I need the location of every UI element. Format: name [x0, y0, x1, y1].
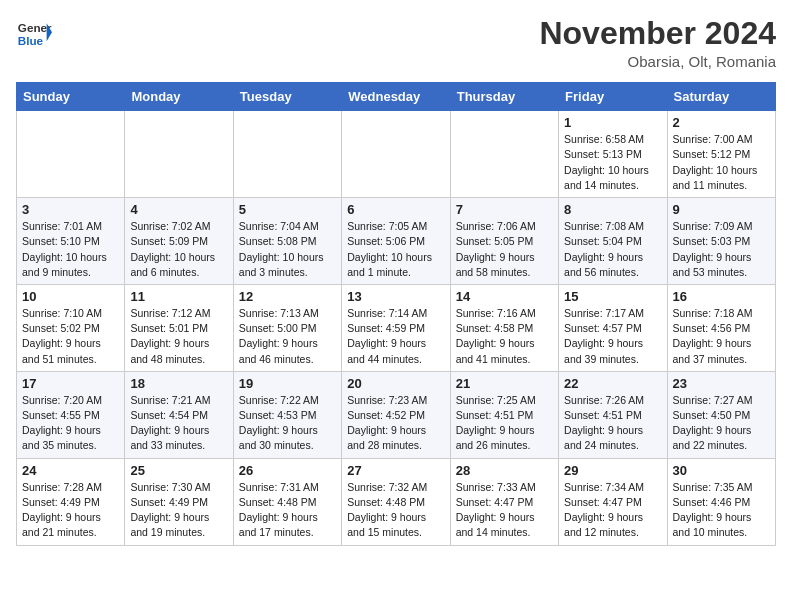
day-info: Sunrise: 7:09 AMSunset: 5:03 PMDaylight:… [673, 219, 770, 280]
day-number: 16 [673, 289, 770, 304]
calendar-cell: 26Sunrise: 7:31 AMSunset: 4:48 PMDayligh… [233, 458, 341, 545]
day-info: Sunrise: 7:06 AMSunset: 5:05 PMDaylight:… [456, 219, 553, 280]
calendar-cell: 16Sunrise: 7:18 AMSunset: 4:56 PMDayligh… [667, 284, 775, 371]
calendar-cell [233, 111, 341, 198]
calendar-cell: 5Sunrise: 7:04 AMSunset: 5:08 PMDaylight… [233, 198, 341, 285]
logo-icon: General Blue [16, 16, 52, 52]
calendar-cell: 30Sunrise: 7:35 AMSunset: 4:46 PMDayligh… [667, 458, 775, 545]
calendar-cell: 7Sunrise: 7:06 AMSunset: 5:05 PMDaylight… [450, 198, 558, 285]
calendar-cell: 27Sunrise: 7:32 AMSunset: 4:48 PMDayligh… [342, 458, 450, 545]
day-number: 3 [22, 202, 119, 217]
calendar-cell: 29Sunrise: 7:34 AMSunset: 4:47 PMDayligh… [559, 458, 667, 545]
calendar-cell: 19Sunrise: 7:22 AMSunset: 4:53 PMDayligh… [233, 371, 341, 458]
weekday-header-monday: Monday [125, 83, 233, 111]
calendar-cell: 4Sunrise: 7:02 AMSunset: 5:09 PMDaylight… [125, 198, 233, 285]
logo: General Blue [16, 16, 52, 52]
calendar-cell: 13Sunrise: 7:14 AMSunset: 4:59 PMDayligh… [342, 284, 450, 371]
day-number: 6 [347, 202, 444, 217]
calendar-week-row: 24Sunrise: 7:28 AMSunset: 4:49 PMDayligh… [17, 458, 776, 545]
calendar-cell: 9Sunrise: 7:09 AMSunset: 5:03 PMDaylight… [667, 198, 775, 285]
calendar-cell [450, 111, 558, 198]
day-number: 4 [130, 202, 227, 217]
calendar-cell: 11Sunrise: 7:12 AMSunset: 5:01 PMDayligh… [125, 284, 233, 371]
day-info: Sunrise: 6:58 AMSunset: 5:13 PMDaylight:… [564, 132, 661, 193]
calendar-week-row: 10Sunrise: 7:10 AMSunset: 5:02 PMDayligh… [17, 284, 776, 371]
title-block: November 2024 Obarsia, Olt, Romania [539, 16, 776, 70]
day-info: Sunrise: 7:00 AMSunset: 5:12 PMDaylight:… [673, 132, 770, 193]
day-info: Sunrise: 7:21 AMSunset: 4:54 PMDaylight:… [130, 393, 227, 454]
day-number: 1 [564, 115, 661, 130]
header: General Blue November 2024 Obarsia, Olt,… [16, 16, 776, 70]
day-number: 12 [239, 289, 336, 304]
day-number: 5 [239, 202, 336, 217]
month-title: November 2024 [539, 16, 776, 51]
calendar-cell: 12Sunrise: 7:13 AMSunset: 5:00 PMDayligh… [233, 284, 341, 371]
day-info: Sunrise: 7:18 AMSunset: 4:56 PMDaylight:… [673, 306, 770, 367]
calendar-week-row: 3Sunrise: 7:01 AMSunset: 5:10 PMDaylight… [17, 198, 776, 285]
day-number: 26 [239, 463, 336, 478]
day-number: 2 [673, 115, 770, 130]
page: General Blue November 2024 Obarsia, Olt,… [0, 0, 792, 562]
day-info: Sunrise: 7:22 AMSunset: 4:53 PMDaylight:… [239, 393, 336, 454]
day-number: 11 [130, 289, 227, 304]
calendar-cell: 18Sunrise: 7:21 AMSunset: 4:54 PMDayligh… [125, 371, 233, 458]
location: Obarsia, Olt, Romania [539, 53, 776, 70]
day-number: 15 [564, 289, 661, 304]
calendar-cell [125, 111, 233, 198]
calendar-cell: 28Sunrise: 7:33 AMSunset: 4:47 PMDayligh… [450, 458, 558, 545]
day-info: Sunrise: 7:12 AMSunset: 5:01 PMDaylight:… [130, 306, 227, 367]
day-number: 20 [347, 376, 444, 391]
weekday-header-row: SundayMondayTuesdayWednesdayThursdayFrid… [17, 83, 776, 111]
day-number: 21 [456, 376, 553, 391]
day-info: Sunrise: 7:33 AMSunset: 4:47 PMDaylight:… [456, 480, 553, 541]
calendar-cell: 1Sunrise: 6:58 AMSunset: 5:13 PMDaylight… [559, 111, 667, 198]
calendar-cell: 21Sunrise: 7:25 AMSunset: 4:51 PMDayligh… [450, 371, 558, 458]
day-number: 25 [130, 463, 227, 478]
day-info: Sunrise: 7:27 AMSunset: 4:50 PMDaylight:… [673, 393, 770, 454]
day-info: Sunrise: 7:01 AMSunset: 5:10 PMDaylight:… [22, 219, 119, 280]
day-info: Sunrise: 7:30 AMSunset: 4:49 PMDaylight:… [130, 480, 227, 541]
calendar-cell: 15Sunrise: 7:17 AMSunset: 4:57 PMDayligh… [559, 284, 667, 371]
day-info: Sunrise: 7:13 AMSunset: 5:00 PMDaylight:… [239, 306, 336, 367]
day-number: 28 [456, 463, 553, 478]
day-info: Sunrise: 7:16 AMSunset: 4:58 PMDaylight:… [456, 306, 553, 367]
day-info: Sunrise: 7:23 AMSunset: 4:52 PMDaylight:… [347, 393, 444, 454]
day-info: Sunrise: 7:08 AMSunset: 5:04 PMDaylight:… [564, 219, 661, 280]
svg-text:Blue: Blue [18, 34, 44, 47]
day-info: Sunrise: 7:04 AMSunset: 5:08 PMDaylight:… [239, 219, 336, 280]
day-number: 14 [456, 289, 553, 304]
weekday-header-sunday: Sunday [17, 83, 125, 111]
calendar-week-row: 17Sunrise: 7:20 AMSunset: 4:55 PMDayligh… [17, 371, 776, 458]
calendar-week-row: 1Sunrise: 6:58 AMSunset: 5:13 PMDaylight… [17, 111, 776, 198]
weekday-header-friday: Friday [559, 83, 667, 111]
calendar-cell: 3Sunrise: 7:01 AMSunset: 5:10 PMDaylight… [17, 198, 125, 285]
calendar-cell: 24Sunrise: 7:28 AMSunset: 4:49 PMDayligh… [17, 458, 125, 545]
calendar-table: SundayMondayTuesdayWednesdayThursdayFrid… [16, 82, 776, 545]
day-info: Sunrise: 7:05 AMSunset: 5:06 PMDaylight:… [347, 219, 444, 280]
calendar-cell: 2Sunrise: 7:00 AMSunset: 5:12 PMDaylight… [667, 111, 775, 198]
weekday-header-thursday: Thursday [450, 83, 558, 111]
day-info: Sunrise: 7:02 AMSunset: 5:09 PMDaylight:… [130, 219, 227, 280]
day-number: 23 [673, 376, 770, 391]
calendar-cell: 23Sunrise: 7:27 AMSunset: 4:50 PMDayligh… [667, 371, 775, 458]
day-info: Sunrise: 7:17 AMSunset: 4:57 PMDaylight:… [564, 306, 661, 367]
day-info: Sunrise: 7:25 AMSunset: 4:51 PMDaylight:… [456, 393, 553, 454]
day-number: 22 [564, 376, 661, 391]
calendar-cell: 14Sunrise: 7:16 AMSunset: 4:58 PMDayligh… [450, 284, 558, 371]
day-info: Sunrise: 7:20 AMSunset: 4:55 PMDaylight:… [22, 393, 119, 454]
calendar-cell [17, 111, 125, 198]
day-number: 30 [673, 463, 770, 478]
calendar-cell: 6Sunrise: 7:05 AMSunset: 5:06 PMDaylight… [342, 198, 450, 285]
day-info: Sunrise: 7:26 AMSunset: 4:51 PMDaylight:… [564, 393, 661, 454]
calendar-cell: 17Sunrise: 7:20 AMSunset: 4:55 PMDayligh… [17, 371, 125, 458]
day-number: 29 [564, 463, 661, 478]
day-number: 7 [456, 202, 553, 217]
day-info: Sunrise: 7:28 AMSunset: 4:49 PMDaylight:… [22, 480, 119, 541]
day-number: 8 [564, 202, 661, 217]
day-number: 13 [347, 289, 444, 304]
weekday-header-wednesday: Wednesday [342, 83, 450, 111]
day-info: Sunrise: 7:31 AMSunset: 4:48 PMDaylight:… [239, 480, 336, 541]
day-number: 19 [239, 376, 336, 391]
weekday-header-saturday: Saturday [667, 83, 775, 111]
calendar-cell: 8Sunrise: 7:08 AMSunset: 5:04 PMDaylight… [559, 198, 667, 285]
